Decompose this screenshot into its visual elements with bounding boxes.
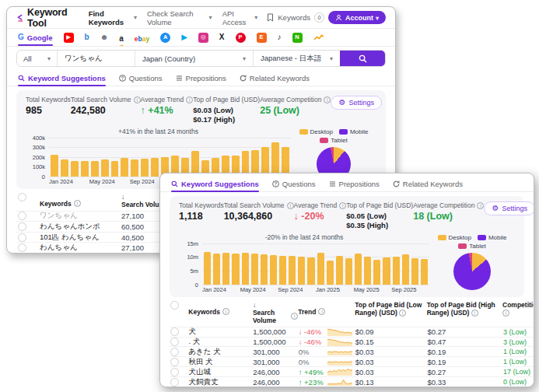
tab-keyword-suggestions[interactable]: Keyword Suggestions — [171, 176, 259, 191]
settings-button[interactable]: ⚙Settings — [484, 201, 534, 215]
keywords-table: Keywords ↓Search Volume Trend Top of Pag… — [160, 297, 534, 387]
bid-low-cell: $0.09 — [355, 327, 428, 336]
instagram-icon[interactable]: ◎ — [198, 29, 208, 46]
youtube-icon[interactable]: ▶ — [64, 29, 74, 46]
ebay-icon[interactable]: ebay — [135, 29, 149, 46]
row-checkbox[interactable] — [170, 378, 179, 387]
green-square-icon[interactable]: N — [292, 29, 303, 46]
bar — [61, 159, 68, 176]
platform-tab-google[interactable]: GGoogle — [18, 29, 53, 46]
bid-low-cell: $0.03 — [355, 348, 428, 356]
nav-check-search-volume[interactable]: Check Search Volume — [147, 9, 212, 26]
row-checkbox[interactable] — [18, 233, 26, 242]
language-dropdown[interactable]: Japanese - 日本語 — [253, 51, 340, 66]
row-checkbox[interactable] — [170, 338, 179, 346]
info-icon[interactable] — [502, 310, 509, 317]
pinterest-icon[interactable]: P — [236, 29, 246, 46]
table-row: 犬飼貴丈 246,000 ↑ +23% $0.13 $0.33 0 (Low) — [170, 376, 534, 387]
row-checkbox[interactable] — [170, 358, 179, 366]
stat-top-of-page-bid: Top of Page Bid (USD) $0.05 (Low)$0.35 (… — [346, 201, 413, 231]
trend-line-icon[interactable] — [313, 29, 324, 46]
bar — [373, 260, 380, 285]
y-tick-label: 0 — [42, 173, 45, 180]
sort-desc-icon[interactable]: ↓ — [253, 301, 298, 309]
row-checkbox[interactable] — [18, 212, 26, 220]
tab-questions[interactable]: Questions — [119, 70, 163, 86]
bar — [317, 253, 324, 285]
saved-keywords-label[interactable]: Keywords — [278, 13, 310, 22]
etsy-icon[interactable]: E — [257, 29, 267, 46]
platform-tabs: GGoogle▶b☻aebayA▶◎XPE♪N — [7, 29, 395, 47]
bar — [91, 161, 99, 176]
y-tick-label: 400k — [33, 134, 45, 141]
select-all-checkbox[interactable] — [18, 193, 26, 201]
legend-swatch — [438, 235, 446, 240]
tab-keyword-suggestions[interactable]: Keyword Suggestions — [18, 70, 106, 86]
settings-button[interactable]: ⚙Settings — [331, 96, 382, 110]
info-icon[interactable] — [399, 310, 406, 317]
refresh-icon — [240, 75, 247, 82]
row-checkbox[interactable] — [170, 348, 179, 356]
info-icon[interactable] — [186, 96, 193, 103]
info-icon[interactable] — [471, 310, 478, 317]
x-icon[interactable]: X — [219, 29, 225, 46]
row-checkbox[interactable] — [170, 327, 179, 336]
info-icon[interactable] — [291, 313, 298, 320]
robot-head-icon[interactable]: ☻ — [100, 29, 109, 46]
tab-related-keywords[interactable]: Related Keywords — [240, 70, 310, 86]
bar — [364, 257, 371, 284]
account-button[interactable]: Account — [328, 11, 386, 24]
tab-prepositions[interactable]: Prepositions — [176, 70, 226, 86]
info-icon[interactable] — [134, 96, 141, 103]
keyword-cell: 犬飼貴丈 — [188, 377, 253, 387]
tab-prepositions[interactable]: Prepositions — [329, 176, 380, 191]
info-icon[interactable] — [222, 308, 229, 315]
app-store-icon[interactable]: A — [160, 29, 170, 46]
select-all-checkbox[interactable] — [170, 301, 179, 310]
country-dropdown[interactable]: Japan (Country) — [135, 51, 253, 66]
info-icon[interactable] — [74, 200, 81, 207]
stat-total-search-volume: Total Search Volume 242,580 — [71, 96, 141, 116]
bing-icon[interactable]: b — [85, 29, 89, 46]
keyword-cell: あきた 犬 — [188, 347, 253, 357]
google-play-icon[interactable]: ▶ — [181, 29, 187, 46]
y-tick-label: 10m — [187, 254, 198, 261]
scope-dropdown[interactable]: All — [17, 51, 58, 66]
x-tick-label: May 2024 — [240, 286, 266, 293]
table-row: 犬山城 246,000 ↑ +49% $0.03 $0.27 17 (Low) — [170, 366, 534, 376]
bar — [81, 161, 89, 176]
result-tabs: Keyword Suggestions Questions Prepositio… — [7, 70, 395, 86]
bar — [345, 258, 352, 284]
bar — [261, 147, 269, 177]
info-icon[interactable] — [339, 202, 346, 209]
y-tick-label: 5m — [191, 268, 198, 275]
info-icon[interactable] — [324, 96, 331, 103]
saved-keywords-count-badge: 0 — [314, 12, 324, 23]
y-tick-label: 0 — [195, 281, 198, 288]
info-icon[interactable] — [287, 202, 294, 209]
bar — [336, 256, 343, 285]
row-checkbox[interactable] — [18, 243, 26, 252]
info-icon[interactable] — [477, 202, 484, 209]
row-checkbox[interactable] — [170, 368, 179, 376]
nav-find-keywords[interactable]: Find Keywords — [89, 9, 137, 26]
search-volume-cell: 1,500,000 — [253, 327, 298, 336]
search-button[interactable] — [340, 51, 385, 66]
bar — [298, 257, 305, 284]
bar — [355, 254, 362, 285]
bid-low-cell: $0.03 — [355, 368, 428, 376]
bid-high-cell: $0.33 — [427, 378, 503, 387]
info-icon[interactable] — [318, 308, 325, 315]
nav-api-access[interactable]: API Access — [222, 9, 258, 26]
search-input[interactable] — [65, 54, 128, 63]
keyword-tool-logo[interactable]: Keyword Tool — [16, 7, 79, 29]
tab-questions[interactable]: Questions — [272, 176, 316, 191]
chart-x-axis: Jan 2024May 2024Sep 2024Jan 2025May 2025… — [202, 285, 429, 293]
gear-icon: ⚙ — [338, 99, 345, 107]
row-checkbox[interactable] — [18, 222, 26, 231]
tab-related-keywords[interactable]: Related Keywords — [393, 176, 463, 191]
amazon-icon[interactable]: a — [119, 29, 124, 46]
tiktok-icon[interactable]: ♪ — [278, 29, 282, 46]
bar — [151, 158, 159, 177]
search-volume-cell: 1,500,000 — [253, 338, 298, 346]
